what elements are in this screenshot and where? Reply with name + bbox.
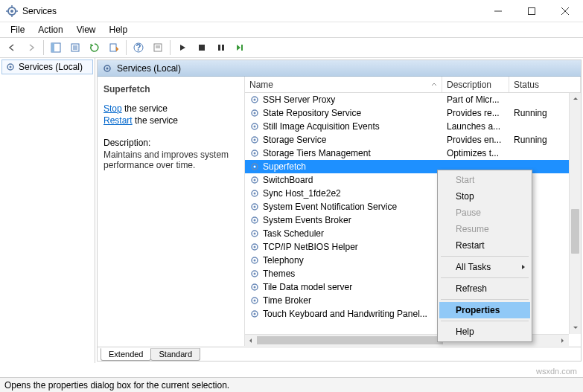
stop-service-button[interactable] bbox=[193, 39, 211, 57]
svg-point-57 bbox=[254, 273, 256, 275]
col-status[interactable]: Status bbox=[509, 77, 581, 92]
svg-point-53 bbox=[254, 246, 256, 248]
svg-point-47 bbox=[254, 206, 256, 208]
titlebar: Services bbox=[0, 0, 583, 22]
svg-point-33 bbox=[254, 112, 256, 115]
view-tabs: Extended Standard bbox=[98, 346, 581, 361]
description-text: Maintains and improves system performanc… bbox=[103, 150, 238, 170]
ctx-start: Start bbox=[439, 172, 530, 188]
svg-rect-24 bbox=[222, 45, 224, 51]
scroll-thumb[interactable] bbox=[571, 209, 579, 254]
minimize-button[interactable] bbox=[481, 0, 514, 22]
vertical-scrollbar[interactable] bbox=[569, 93, 581, 334]
col-name[interactable]: Name bbox=[245, 77, 442, 92]
svg-rect-22 bbox=[199, 45, 205, 51]
svg-rect-16 bbox=[110, 44, 116, 51]
pause-service-button[interactable] bbox=[212, 39, 230, 57]
svg-point-45 bbox=[254, 193, 256, 195]
pane-header: Services (Local) bbox=[98, 60, 581, 77]
restart-text: the service bbox=[133, 115, 178, 126]
column-header: Name Description Status bbox=[245, 77, 581, 93]
ctx-restart[interactable]: Restart bbox=[439, 237, 530, 254]
svg-point-41 bbox=[254, 166, 256, 168]
export-list-button[interactable] bbox=[105, 39, 123, 57]
ctx-help[interactable]: Help bbox=[439, 324, 530, 340]
ctx-resume: Resume bbox=[439, 221, 530, 237]
detail-pane: Superfetch Stop the service Restart the … bbox=[98, 77, 245, 346]
svg-text:?: ? bbox=[136, 42, 141, 53]
stop-text: the service bbox=[122, 103, 168, 114]
description-label: Description: bbox=[103, 138, 238, 148]
scroll-up-icon[interactable] bbox=[570, 93, 581, 105]
svg-rect-7 bbox=[528, 7, 535, 14]
svg-rect-25 bbox=[241, 45, 243, 51]
ctx-all-tasks[interactable]: All Tasks bbox=[439, 259, 530, 275]
pane-title: Services (Local) bbox=[117, 63, 181, 74]
context-menu: Start Stop Pause Resume Restart All Task… bbox=[437, 170, 532, 342]
watermark: wsxdn.com bbox=[536, 367, 577, 376]
scroll-down-icon[interactable] bbox=[570, 322, 581, 334]
service-row[interactable]: SSH Server ProxyPart of Micr... bbox=[245, 93, 581, 106]
tab-extended[interactable]: Extended bbox=[101, 348, 151, 361]
svg-point-51 bbox=[254, 233, 256, 235]
show-hide-tree-button[interactable] bbox=[47, 39, 65, 57]
close-button[interactable] bbox=[548, 0, 582, 22]
restart-link[interactable]: Restart bbox=[103, 115, 133, 126]
nav-label: Services (Local) bbox=[19, 62, 83, 72]
restart-service-button[interactable] bbox=[232, 39, 249, 57]
service-row[interactable]: Storage Tiers ManagementOptimizes t... bbox=[245, 147, 581, 160]
svg-point-61 bbox=[254, 300, 256, 302]
scroll-right-icon[interactable] bbox=[557, 335, 569, 346]
svg-point-49 bbox=[254, 219, 256, 222]
statusbar: Opens the properties dialog box for the … bbox=[0, 377, 583, 392]
service-row[interactable]: Storage ServiceProvides en...Running bbox=[245, 133, 581, 147]
svg-point-59 bbox=[254, 286, 256, 289]
menu-file[interactable]: File bbox=[4, 23, 31, 36]
menu-view[interactable]: View bbox=[71, 23, 102, 36]
svg-point-27 bbox=[10, 66, 12, 68]
menubar: File Action View Help bbox=[0, 22, 583, 37]
left-nav: Services (Local) bbox=[0, 58, 95, 363]
hscroll-thumb[interactable] bbox=[257, 336, 443, 344]
ctx-refresh[interactable]: Refresh bbox=[439, 280, 530, 297]
svg-point-31 bbox=[254, 99, 256, 101]
toolbar: ? bbox=[0, 37, 583, 58]
app-icon bbox=[6, 5, 18, 17]
properties-button[interactable] bbox=[149, 39, 167, 57]
svg-point-29 bbox=[106, 67, 109, 69]
menu-action[interactable]: Action bbox=[32, 23, 69, 36]
maximize-button[interactable] bbox=[514, 0, 548, 22]
svg-point-35 bbox=[254, 126, 256, 128]
scroll-left-icon[interactable] bbox=[245, 335, 257, 346]
status-text: Opens the properties dialog box for the … bbox=[4, 380, 229, 391]
svg-point-39 bbox=[254, 152, 256, 155]
nav-services-local[interactable]: Services (Local) bbox=[1, 60, 93, 74]
stop-link[interactable]: Stop bbox=[103, 103, 122, 114]
help-button[interactable]: ? bbox=[130, 39, 147, 57]
svg-point-1 bbox=[10, 10, 13, 13]
back-button[interactable] bbox=[3, 39, 21, 57]
window-title: Services bbox=[22, 6, 481, 16]
service-row[interactable]: Still Image Acquisition EventsLaunches a… bbox=[245, 120, 581, 133]
ctx-properties[interactable]: Properties bbox=[439, 302, 530, 318]
svg-rect-11 bbox=[51, 43, 54, 52]
tab-standard[interactable]: Standard bbox=[150, 348, 200, 361]
service-row[interactable]: State Repository ServiceProvides re...Ru… bbox=[245, 106, 581, 120]
detail-service-name: Superfetch bbox=[103, 84, 238, 94]
col-description[interactable]: Description bbox=[442, 77, 509, 92]
svg-point-63 bbox=[254, 313, 256, 315]
forward-button[interactable] bbox=[22, 39, 40, 57]
ctx-pause: Pause bbox=[439, 205, 530, 221]
ctx-stop[interactable]: Stop bbox=[439, 188, 530, 205]
refresh-button[interactable] bbox=[86, 39, 103, 57]
svg-point-37 bbox=[254, 139, 256, 141]
export-button[interactable] bbox=[66, 39, 84, 57]
chevron-right-icon bbox=[521, 262, 526, 272]
svg-point-55 bbox=[254, 260, 256, 262]
svg-rect-23 bbox=[218, 45, 220, 51]
menu-help[interactable]: Help bbox=[103, 23, 134, 36]
start-service-button[interactable] bbox=[173, 39, 191, 57]
svg-point-43 bbox=[254, 179, 256, 181]
